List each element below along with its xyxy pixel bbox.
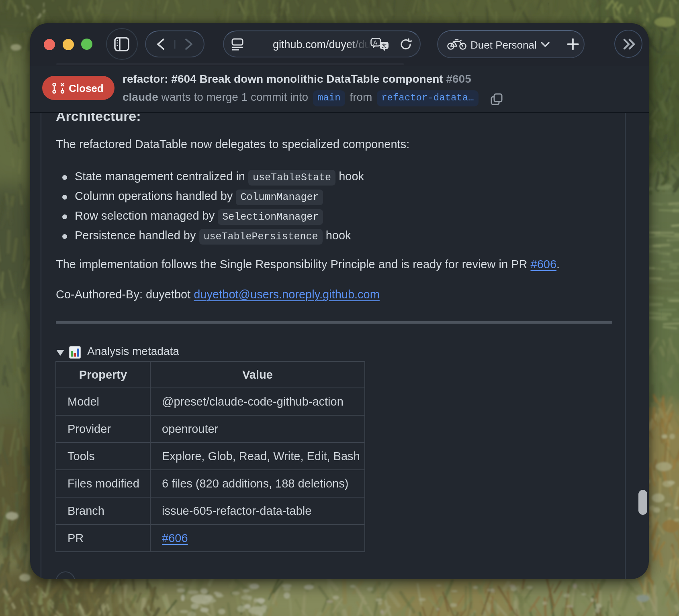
svg-text:文: 文 <box>382 43 387 49</box>
svg-text:A: A <box>373 39 377 46</box>
